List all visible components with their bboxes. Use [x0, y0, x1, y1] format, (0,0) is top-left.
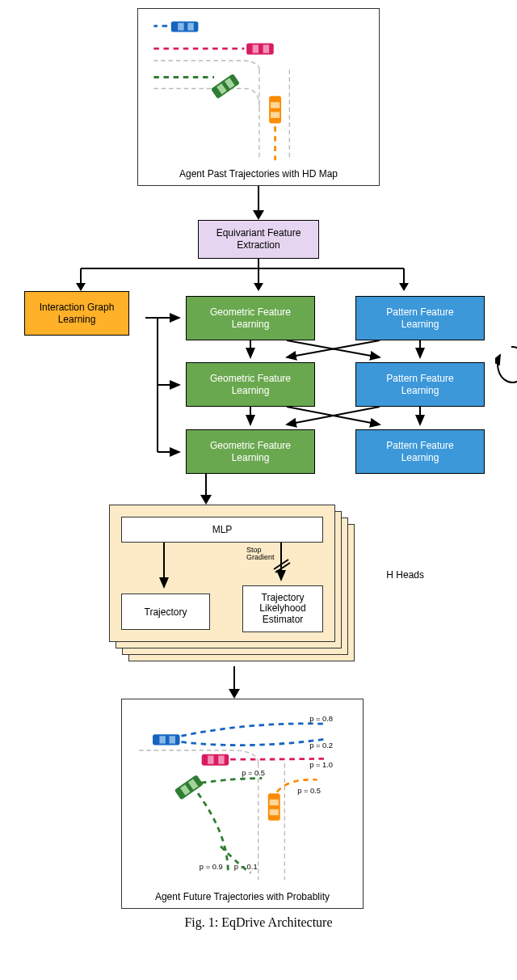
pink-car-icon [246, 44, 274, 55]
svg-rect-8 [246, 44, 274, 55]
mlp-box: MLP [121, 517, 323, 543]
stop-gradient-label: Stop Gradient [246, 547, 275, 561]
svg-rect-5 [178, 23, 183, 30]
svg-rect-6 [187, 23, 193, 30]
svg-line-38 [287, 407, 380, 425]
fanout-connectors [32, 259, 485, 291]
svg-line-35 [287, 340, 380, 357]
feature-learning-column-area: Geometric Feature Learning Geometric Fea… [145, 296, 493, 474]
svg-marker-24 [76, 283, 86, 291]
pink-car-icon [202, 754, 229, 766]
interaction-graph-learning-box: Interaction Graph Learning [24, 291, 129, 336]
pattern-feature-learning-box-2: Pattern Feature Learning [355, 362, 485, 407]
orange-car-icon [269, 96, 281, 124]
svg-rect-58 [270, 800, 279, 805]
bottom-scene-panel: p = 0.8 p = 0.2 p = 1.0 p = 0.5 p = 0.9 [121, 699, 364, 909]
orange-car-icon [268, 793, 280, 821]
geometric-feature-learning-box-1: Geometric Feature Learning [186, 296, 315, 340]
svg-rect-16 [269, 96, 281, 124]
mlp-heads-panel: MLP Trajectory Trajectory Likelyhood Est… [109, 505, 368, 666]
past-trajectory-scene [146, 14, 372, 163]
svg-rect-57 [268, 793, 280, 821]
svg-rect-9 [253, 44, 258, 53]
svg-marker-25 [254, 283, 263, 291]
svg-rect-17 [271, 102, 280, 108]
svg-rect-51 [202, 754, 229, 766]
prob-label-orange: p = 0.5 [297, 787, 321, 795]
svg-rect-12 [211, 74, 240, 99]
repeat-loop-icon [495, 340, 517, 389]
top-scene-panel: Agent Past Trajectories with HD Map [137, 8, 380, 186]
pattern-feature-learning-box-3: Pattern Feature Learning [355, 429, 485, 474]
svg-rect-18 [271, 112, 280, 117]
h-heads-label: H Heads [386, 569, 424, 581]
arrow-head-icon [253, 210, 264, 220]
svg-rect-4 [171, 21, 199, 32]
svg-rect-49 [159, 736, 165, 743]
figure-caption: Fig. 1: EqDrive Architecture [184, 915, 332, 930]
prob-label-green-a: p = 0.5 [242, 769, 265, 777]
geometric-feature-learning-box-3: Geometric Feature Learning [186, 429, 315, 474]
prob-label-pink: p = 1.0 [309, 761, 333, 769]
prob-label-green-b: p = 0.9 [200, 863, 223, 871]
svg-rect-48 [153, 734, 180, 745]
geometric-feature-learning-box-2: Geometric Feature Learning [186, 362, 315, 407]
trajectory-output-box: Trajectory [121, 593, 210, 630]
arrow-line [205, 472, 207, 495]
pattern-feature-learning-box-1: Pattern Feature Learning [355, 296, 485, 340]
green-car-icon [211, 74, 240, 99]
bottom-panel-label: Agent Future Trajectories with Probablit… [130, 891, 355, 902]
svg-line-34 [287, 340, 380, 357]
svg-line-39 [287, 407, 380, 425]
prob-label-blue-a: p = 0.8 [309, 715, 333, 723]
arrow-line [258, 186, 259, 210]
equivariant-feature-extraction-box: Equivariant Feature Extraction [198, 220, 319, 259]
svg-rect-52 [208, 756, 213, 764]
arrow-line [233, 666, 235, 689]
blue-car-icon [153, 734, 180, 745]
blue-car-icon [171, 21, 199, 32]
arrow-head-icon [200, 495, 212, 505]
svg-marker-26 [399, 283, 409, 291]
top-panel-label: Agent Past Trajectories with HD Map [146, 168, 371, 180]
svg-rect-59 [270, 809, 279, 815]
trajectory-likelihood-estimator-box: Trajectory Likelyhood Estimator [242, 585, 323, 632]
svg-rect-50 [170, 736, 175, 743]
prob-label-blue-b: p = 0.2 [309, 741, 333, 750]
future-trajectory-scene: p = 0.8 p = 0.2 p = 1.0 p = 0.5 p = 0.9 [130, 704, 356, 886]
svg-rect-10 [263, 44, 269, 53]
arrow-head-icon [229, 689, 240, 699]
svg-rect-53 [218, 756, 224, 764]
